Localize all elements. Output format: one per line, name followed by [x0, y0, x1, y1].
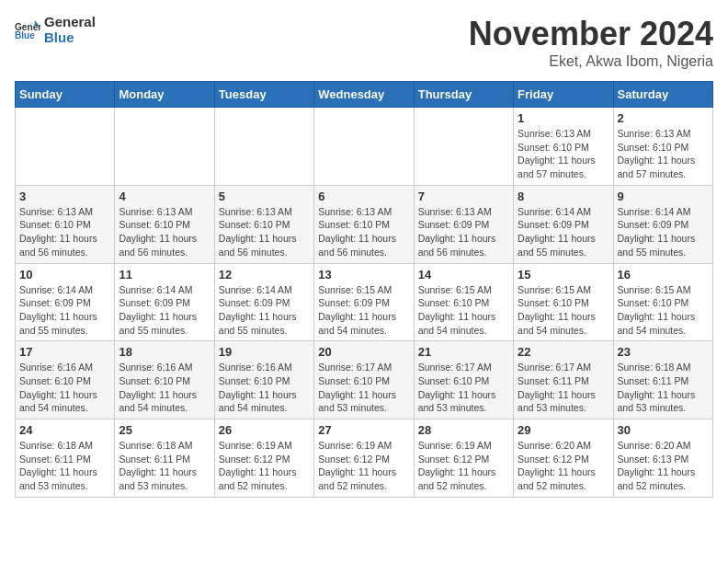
- calendar-cell: 18Sunrise: 6:16 AM Sunset: 6:10 PM Dayli…: [115, 341, 214, 419]
- calendar-cell: 28Sunrise: 6:19 AM Sunset: 6:12 PM Dayli…: [414, 419, 513, 498]
- calendar-cell: 24Sunrise: 6:18 AM Sunset: 6:11 PM Dayli…: [16, 419, 115, 498]
- calendar-cell: 9Sunrise: 6:14 AM Sunset: 6:09 PM Daylig…: [613, 185, 712, 263]
- day-detail: Sunrise: 6:15 AM Sunset: 6:10 PM Dayligh…: [618, 283, 709, 338]
- day-detail: Sunrise: 6:20 AM Sunset: 6:12 PM Dayligh…: [518, 439, 609, 493]
- calendar-cell: 5Sunrise: 6:13 AM Sunset: 6:10 PM Daylig…: [214, 185, 313, 263]
- day-detail: Sunrise: 6:19 AM Sunset: 6:12 PM Dayligh…: [418, 439, 509, 493]
- logo-line1: General: [44, 15, 96, 30]
- day-detail: Sunrise: 6:20 AM Sunset: 6:13 PM Dayligh…: [618, 439, 709, 493]
- header-day-monday: Monday: [115, 82, 214, 108]
- calendar-cell: 19Sunrise: 6:16 AM Sunset: 6:10 PM Dayli…: [214, 341, 313, 419]
- day-number: 3: [19, 190, 110, 203]
- day-detail: Sunrise: 6:13 AM Sunset: 6:10 PM Dayligh…: [19, 205, 110, 259]
- calendar-cell: 16Sunrise: 6:15 AM Sunset: 6:10 PM Dayli…: [613, 263, 712, 341]
- calendar-cell: 26Sunrise: 6:19 AM Sunset: 6:12 PM Dayli…: [214, 419, 313, 498]
- day-number: 17: [19, 345, 110, 359]
- day-detail: Sunrise: 6:15 AM Sunset: 6:10 PM Dayligh…: [518, 283, 609, 338]
- day-detail: Sunrise: 6:18 AM Sunset: 6:11 PM Dayligh…: [19, 439, 110, 493]
- calendar-cell: 22Sunrise: 6:17 AM Sunset: 6:11 PM Dayli…: [514, 341, 613, 419]
- day-detail: Sunrise: 6:14 AM Sunset: 6:09 PM Dayligh…: [119, 283, 210, 338]
- calendar-cell: [16, 108, 115, 186]
- day-number: 14: [418, 268, 509, 282]
- calendar-header-row: SundayMondayTuesdayWednesdayThursdayFrid…: [16, 82, 713, 108]
- day-detail: Sunrise: 6:16 AM Sunset: 6:10 PM Dayligh…: [219, 361, 310, 415]
- calendar-cell: [115, 108, 214, 186]
- day-number: 23: [618, 345, 709, 359]
- calendar-week-row: 10Sunrise: 6:14 AM Sunset: 6:09 PM Dayli…: [16, 263, 713, 341]
- calendar-cell: 8Sunrise: 6:14 AM Sunset: 6:09 PM Daylig…: [514, 185, 613, 263]
- calendar-cell: 13Sunrise: 6:15 AM Sunset: 6:09 PM Dayli…: [314, 263, 414, 341]
- day-number: 22: [518, 345, 609, 359]
- day-number: 28: [418, 423, 509, 437]
- day-number: 12: [219, 268, 310, 282]
- day-detail: Sunrise: 6:13 AM Sunset: 6:10 PM Dayligh…: [618, 127, 709, 181]
- calendar-cell: 2Sunrise: 6:13 AM Sunset: 6:10 PM Daylig…: [613, 108, 712, 186]
- day-detail: Sunrise: 6:19 AM Sunset: 6:12 PM Dayligh…: [219, 439, 310, 493]
- calendar-cell: 14Sunrise: 6:15 AM Sunset: 6:10 PM Dayli…: [414, 263, 513, 341]
- day-detail: Sunrise: 6:18 AM Sunset: 6:11 PM Dayligh…: [618, 361, 709, 415]
- logo-line2: Blue: [44, 30, 96, 46]
- day-detail: Sunrise: 6:16 AM Sunset: 6:10 PM Dayligh…: [19, 361, 110, 415]
- day-detail: Sunrise: 6:13 AM Sunset: 6:10 PM Dayligh…: [518, 127, 609, 181]
- day-number: 18: [119, 345, 210, 359]
- day-number: 1: [518, 111, 609, 125]
- day-number: 16: [618, 268, 709, 282]
- calendar-table: SundayMondayTuesdayWednesdayThursdayFrid…: [15, 81, 713, 498]
- day-number: 11: [119, 268, 210, 282]
- calendar-cell: 1Sunrise: 6:13 AM Sunset: 6:10 PM Daylig…: [514, 108, 613, 186]
- day-number: 6: [318, 190, 409, 203]
- day-detail: Sunrise: 6:13 AM Sunset: 6:10 PM Dayligh…: [219, 205, 310, 259]
- calendar-cell: 30Sunrise: 6:20 AM Sunset: 6:13 PM Dayli…: [613, 419, 712, 498]
- day-number: 5: [219, 190, 310, 203]
- header-day-thursday: Thursday: [414, 82, 513, 108]
- day-number: 29: [518, 423, 609, 437]
- day-detail: Sunrise: 6:18 AM Sunset: 6:11 PM Dayligh…: [119, 439, 210, 493]
- header-day-saturday: Saturday: [613, 82, 712, 108]
- day-detail: Sunrise: 6:17 AM Sunset: 6:11 PM Dayligh…: [518, 361, 609, 415]
- day-number: 2: [618, 111, 709, 125]
- calendar-cell: [314, 108, 414, 186]
- calendar-title: November 2024: [469, 15, 713, 53]
- day-number: 13: [318, 268, 409, 282]
- header-day-tuesday: Tuesday: [214, 82, 313, 108]
- svg-text:Blue: Blue: [15, 30, 35, 40]
- day-detail: Sunrise: 6:19 AM Sunset: 6:12 PM Dayligh…: [318, 439, 409, 493]
- calendar-cell: 25Sunrise: 6:18 AM Sunset: 6:11 PM Dayli…: [115, 419, 214, 498]
- header: General Blue General Blue November 2024 …: [15, 15, 713, 70]
- day-number: 30: [618, 423, 709, 437]
- calendar-cell: 11Sunrise: 6:14 AM Sunset: 6:09 PM Dayli…: [115, 263, 214, 341]
- day-detail: Sunrise: 6:15 AM Sunset: 6:10 PM Dayligh…: [418, 283, 509, 338]
- day-number: 27: [318, 423, 409, 437]
- calendar-cell: 3Sunrise: 6:13 AM Sunset: 6:10 PM Daylig…: [16, 185, 115, 263]
- calendar-week-row: 3Sunrise: 6:13 AM Sunset: 6:10 PM Daylig…: [16, 185, 713, 263]
- calendar-cell: 15Sunrise: 6:15 AM Sunset: 6:10 PM Dayli…: [514, 263, 613, 341]
- day-number: 20: [318, 345, 409, 359]
- calendar-cell: [414, 108, 513, 186]
- calendar-cell: 23Sunrise: 6:18 AM Sunset: 6:11 PM Dayli…: [613, 341, 712, 419]
- title-section: November 2024 Eket, Akwa Ibom, Nigeria: [469, 15, 713, 70]
- header-day-sunday: Sunday: [16, 82, 115, 108]
- logo-icon: General Blue: [15, 17, 40, 43]
- calendar-cell: 21Sunrise: 6:17 AM Sunset: 6:10 PM Dayli…: [414, 341, 513, 419]
- calendar-cell: 4Sunrise: 6:13 AM Sunset: 6:10 PM Daylig…: [115, 185, 214, 263]
- calendar-cell: 10Sunrise: 6:14 AM Sunset: 6:09 PM Dayli…: [16, 263, 115, 341]
- day-number: 7: [418, 190, 509, 203]
- day-number: 9: [618, 190, 709, 203]
- calendar-body: 1Sunrise: 6:13 AM Sunset: 6:10 PM Daylig…: [16, 108, 713, 498]
- day-detail: Sunrise: 6:14 AM Sunset: 6:09 PM Dayligh…: [618, 205, 709, 259]
- day-detail: Sunrise: 6:14 AM Sunset: 6:09 PM Dayligh…: [518, 205, 609, 259]
- day-detail: Sunrise: 6:14 AM Sunset: 6:09 PM Dayligh…: [219, 283, 310, 338]
- day-number: 15: [518, 268, 609, 282]
- day-number: 24: [19, 423, 110, 437]
- day-number: 21: [418, 345, 509, 359]
- calendar-week-row: 17Sunrise: 6:16 AM Sunset: 6:10 PM Dayli…: [16, 341, 713, 419]
- day-detail: Sunrise: 6:17 AM Sunset: 6:10 PM Dayligh…: [418, 361, 509, 415]
- calendar-subtitle: Eket, Akwa Ibom, Nigeria: [469, 53, 713, 70]
- day-number: 19: [219, 345, 310, 359]
- calendar-week-row: 1Sunrise: 6:13 AM Sunset: 6:10 PM Daylig…: [16, 108, 713, 186]
- day-number: 4: [119, 190, 210, 203]
- calendar-cell: 7Sunrise: 6:13 AM Sunset: 6:09 PM Daylig…: [414, 185, 513, 263]
- day-number: 25: [119, 423, 210, 437]
- calendar-cell: 27Sunrise: 6:19 AM Sunset: 6:12 PM Dayli…: [314, 419, 414, 498]
- day-detail: Sunrise: 6:14 AM Sunset: 6:09 PM Dayligh…: [19, 283, 110, 338]
